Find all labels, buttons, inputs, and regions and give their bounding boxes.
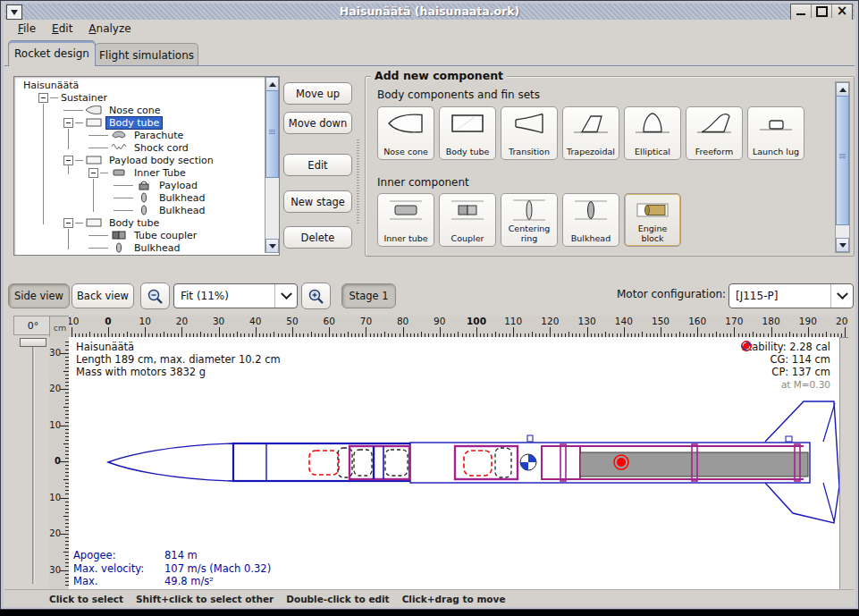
add-inner-tube-button[interactable]: Inner tube bbox=[377, 193, 434, 247]
tree-item-shock-cord[interactable]: Shock cord bbox=[15, 141, 264, 154]
minimize-button[interactable] bbox=[791, 4, 812, 18]
menu-file[interactable]: File bbox=[10, 21, 44, 37]
body-component-buttons: Nose cone Body tube Transition Trapezoid… bbox=[377, 106, 804, 160]
rocket-dimensions: Length 189 cm, max. diameter 10.2 cm bbox=[76, 353, 281, 366]
tree-item-parachute[interactable]: Parachute bbox=[15, 129, 264, 141]
tree-connector bbox=[63, 110, 83, 111]
tree-connector bbox=[100, 173, 108, 173]
tab-flight-simulations[interactable]: Flight simulations bbox=[95, 43, 198, 66]
tree-connector bbox=[114, 210, 133, 211]
edit-button[interactable]: Edit bbox=[283, 154, 352, 176]
tree-item-label: Parachute bbox=[131, 130, 186, 141]
scrollbar-thumb[interactable] bbox=[836, 96, 849, 225]
move-down-button[interactable]: Move down bbox=[283, 112, 352, 134]
component-tree[interactable]: Haisunäätä Sustainer Nose cone Body tube… bbox=[13, 76, 280, 256]
add-body-tube-button[interactable]: Body tube bbox=[439, 106, 496, 160]
new-stage-button[interactable]: New stage bbox=[283, 190, 352, 213]
rotation-slider-track[interactable] bbox=[32, 339, 35, 584]
ruler-unit-label: cm bbox=[49, 316, 71, 339]
tree-item-bulkhead[interactable]: Bulkhead bbox=[15, 204, 264, 216]
add-trapezoidal-fin-button[interactable]: Trapezoidal bbox=[562, 106, 619, 160]
tree-item-sustainer[interactable]: Sustainer bbox=[15, 91, 264, 104]
combo-arrow[interactable] bbox=[830, 284, 853, 308]
cg-value: CG: 114 cm bbox=[770, 353, 830, 366]
zoom-select[interactable]: Fit (11%) bbox=[173, 283, 298, 308]
title-bar[interactable]: Haisunäätä (haisunaata.ork) × bbox=[4, 4, 855, 21]
delete-button[interactable]: Delete bbox=[283, 226, 352, 249]
tree-item-tube-coupler[interactable]: Tube coupler bbox=[15, 229, 264, 241]
hint-shift-click: Shift+click to select other bbox=[136, 594, 274, 604]
zoom-in-button[interactable] bbox=[301, 283, 331, 309]
move-up-button[interactable]: Move up bbox=[283, 82, 352, 105]
zoom-out-button[interactable] bbox=[140, 283, 170, 309]
collapse-icon[interactable] bbox=[63, 218, 73, 228]
hint-click-select: Click to select bbox=[49, 594, 123, 604]
nose-cone-icon bbox=[84, 105, 104, 115]
max-velocity-row: Max. velocity: 107 m/s (Mach 0.32) bbox=[73, 562, 271, 576]
component-panel-scrollbar[interactable] bbox=[835, 81, 850, 253]
menu-edit[interactable]: Edit bbox=[44, 21, 80, 37]
stage-1-toggle[interactable]: Stage 1 bbox=[341, 283, 396, 308]
launch-lug-icon bbox=[756, 110, 796, 137]
engine-block-icon bbox=[633, 197, 672, 224]
collapse-icon[interactable] bbox=[63, 156, 73, 165]
add-engine-block-button[interactable]: Engine block bbox=[624, 193, 681, 247]
tree-item-nose-cone[interactable]: Nose cone bbox=[15, 104, 264, 116]
nose-cone-shape[interactable] bbox=[108, 443, 233, 481]
add-bulkhead-button[interactable]: Bulkhead bbox=[562, 193, 619, 247]
add-freeform-fin-button[interactable]: Freeform bbox=[686, 106, 743, 160]
stability-value: Stability: 2.28 cal bbox=[741, 341, 830, 353]
add-elliptical-fin-button[interactable]: Elliptical bbox=[624, 106, 681, 160]
motor-configuration-select[interactable]: [J115-P] bbox=[728, 283, 854, 308]
menu-analyze[interactable]: Analyze bbox=[80, 21, 139, 37]
scroll-up-button[interactable] bbox=[836, 82, 849, 97]
fin-lower-shape[interactable] bbox=[765, 483, 839, 523]
centering-ring-icon bbox=[510, 197, 549, 224]
scroll-down-button[interactable] bbox=[836, 238, 849, 252]
add-nose-cone-button[interactable]: Nose cone bbox=[377, 106, 434, 160]
tree-item-bulkhead-aft[interactable]: Bulkhead bbox=[15, 241, 264, 254]
trapezoidal-fin-icon bbox=[571, 110, 611, 137]
scroll-up-button[interactable] bbox=[265, 77, 279, 91]
horizontal-ruler: -100102030405060708090100110120130140150… bbox=[69, 316, 848, 338]
body-tube-icon bbox=[84, 217, 104, 228]
collapse-icon[interactable] bbox=[38, 93, 48, 103]
tree-item-bulkhead[interactable]: Bulkhead bbox=[15, 191, 264, 204]
collapse-icon[interactable] bbox=[88, 168, 98, 178]
tree-item-payload[interactable]: Payload bbox=[15, 179, 264, 191]
shock-cord-icon bbox=[109, 142, 129, 153]
elliptical-fin-icon bbox=[633, 110, 672, 137]
tree-item-body-tube[interactable]: Body tube bbox=[15, 116, 264, 129]
close-icon: × bbox=[837, 5, 848, 17]
tree-item-label: Payload body section bbox=[106, 155, 216, 166]
launch-lug-shape[interactable] bbox=[786, 436, 792, 442]
cg-marker bbox=[520, 454, 536, 470]
tree-scrollbar[interactable] bbox=[265, 77, 279, 253]
combo-arrow[interactable] bbox=[274, 284, 297, 308]
add-centering-ring-button[interactable]: Centering ring bbox=[501, 193, 558, 247]
inner-tube-icon bbox=[109, 167, 129, 178]
tree-item-rocket[interactable]: Haisunäätä bbox=[15, 79, 264, 91]
body-tube-icon bbox=[448, 110, 487, 137]
rotation-slider-handle[interactable] bbox=[20, 338, 46, 347]
launch-lug-shape[interactable] bbox=[527, 435, 533, 442]
tree-connector bbox=[88, 248, 108, 249]
tree-item-payload-body-section[interactable]: Payload body section bbox=[15, 154, 264, 166]
scroll-down-button[interactable] bbox=[265, 239, 279, 253]
tree-item-inner-tube[interactable]: Inner Tube bbox=[15, 166, 264, 179]
scrollbar-thumb[interactable] bbox=[265, 90, 279, 178]
maximize-button[interactable] bbox=[812, 4, 832, 18]
tree-item-label: Haisunäätä bbox=[21, 80, 81, 91]
add-coupler-button[interactable]: Coupler bbox=[439, 193, 496, 247]
tab-rocket-design[interactable]: Rocket design bbox=[8, 40, 96, 66]
add-transition-button[interactable]: Transition bbox=[501, 106, 558, 160]
tree-item-body-tube-aft[interactable]: Body tube bbox=[15, 216, 264, 229]
close-button[interactable]: × bbox=[832, 4, 852, 18]
collapse-icon[interactable] bbox=[63, 118, 73, 128]
tube-coupler-icon bbox=[109, 230, 129, 240]
back-view-button[interactable]: Back view bbox=[72, 283, 134, 308]
chevron-down-icon bbox=[281, 288, 292, 300]
side-view-button[interactable]: Side view bbox=[8, 283, 70, 308]
rocket-canvas[interactable]: Haisunäätä Length 189 cm, max. diameter … bbox=[69, 337, 840, 589]
add-launch-lug-button[interactable]: Launch lug bbox=[747, 106, 804, 160]
